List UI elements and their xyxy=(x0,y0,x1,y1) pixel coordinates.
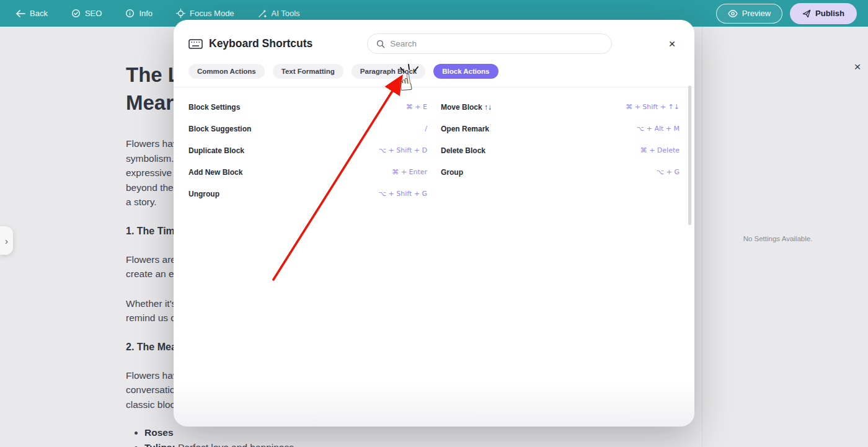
publish-label: Publish xyxy=(815,9,844,18)
topbar-left-group: Back SEO Info Focus Mode AI Tools xyxy=(16,9,300,18)
search-box[interactable] xyxy=(367,33,612,54)
shortcut-row: Group ⌥ + G xyxy=(441,161,680,183)
publish-button[interactable]: Publish xyxy=(790,3,857,24)
shortcut-label: Duplicate Block xyxy=(188,146,244,155)
shortcut-row: Move Block ↑↓ ⌘ + Shift + ↑↓ xyxy=(441,96,680,118)
seo-button[interactable]: SEO xyxy=(71,9,102,18)
seo-label: SEO xyxy=(85,9,102,18)
focus-mode-label: Focus Mode xyxy=(190,9,234,18)
shortcut-row: Delete Block ⌘ + Delete xyxy=(441,139,680,161)
modal-scrollbar[interactable] xyxy=(688,86,691,225)
shortcut-label: Block Settings xyxy=(188,103,240,112)
shortcut-label: Delete Block xyxy=(441,146,485,155)
preview-label: Preview xyxy=(742,9,771,18)
seo-icon xyxy=(71,9,81,18)
shortcut-keys: / xyxy=(425,125,427,133)
keyboard-shortcuts-modal: Keyboard Shortcuts × Common Actions Text… xyxy=(174,20,694,427)
back-arrow-icon xyxy=(16,10,25,17)
shortcut-label: Move Block ↑↓ xyxy=(441,103,492,112)
info-button[interactable]: Info xyxy=(125,9,153,18)
ai-tools-button[interactable]: AI Tools xyxy=(258,9,300,18)
tab-common-actions[interactable]: Common Actions xyxy=(188,64,265,79)
shortcut-label: Block Suggestion xyxy=(188,125,251,133)
shortcut-keys: ⌘ + Delete xyxy=(640,146,680,154)
shortcut-keys: ⌥ + G xyxy=(657,168,680,176)
shortcut-label: Ungroup xyxy=(188,190,219,198)
tab-text-formatting[interactable]: Text Formatting xyxy=(273,64,343,79)
keyboard-icon xyxy=(188,39,203,49)
shortcut-label: Add New Block xyxy=(188,168,242,177)
focus-mode-icon xyxy=(176,9,185,18)
shortcut-label: Group xyxy=(441,168,463,177)
shortcut-keys: ⌥ + Shift + G xyxy=(378,190,427,198)
shortcut-row: Add New Block ⌘ + Enter xyxy=(188,161,427,183)
shortcut-column-right: Move Block ↑↓ ⌘ + Shift + ↑↓ Open Remark… xyxy=(441,96,680,205)
shortcut-column-left: Block Settings ⌘ + E Block Suggestion / … xyxy=(188,96,427,205)
topbar-right-group: Preview Publish xyxy=(716,3,857,24)
search-icon xyxy=(376,40,385,48)
modal-title: Keyboard Shortcuts xyxy=(209,37,312,50)
shortcut-keys: ⌥ + Alt + M xyxy=(637,125,680,133)
shortcut-row: Duplicate Block ⌥ + Shift + D xyxy=(188,139,427,161)
shortcut-keys: ⌥ + Shift + D xyxy=(378,146,427,154)
info-icon xyxy=(125,9,135,18)
focus-mode-button[interactable]: Focus Mode xyxy=(176,9,234,18)
shortcut-grid: Block Settings ⌘ + E Block Suggestion / … xyxy=(174,87,694,205)
modal-close-button[interactable]: × xyxy=(665,38,680,50)
tab-block-actions[interactable]: Block Actions xyxy=(433,64,498,79)
shortcut-row: Ungroup ⌥ + Shift + G xyxy=(188,183,427,205)
tab-paragraph-block[interactable]: Paragraph Block xyxy=(352,64,425,79)
shortcut-row: Block Suggestion / xyxy=(188,118,427,139)
search-input[interactable] xyxy=(390,39,603,48)
modal-header: Keyboard Shortcuts × xyxy=(174,20,694,61)
ai-tools-icon xyxy=(258,9,267,18)
shortcut-keys: ⌘ + Shift + ↑↓ xyxy=(626,103,680,111)
back-button[interactable]: Back xyxy=(16,9,48,18)
back-label: Back xyxy=(30,9,48,18)
info-label: Info xyxy=(139,9,153,18)
send-icon xyxy=(802,9,811,18)
shortcut-row: Open Remark ⌥ + Alt + M xyxy=(441,118,680,139)
shortcut-label: Open Remark xyxy=(441,125,489,133)
modal-title-group: Keyboard Shortcuts xyxy=(188,37,312,50)
shortcut-keys: ⌘ + Enter xyxy=(392,168,427,176)
shortcut-row: Block Settings ⌘ + E xyxy=(188,96,427,118)
shortcut-keys: ⌘ + E xyxy=(406,103,427,111)
eye-icon xyxy=(728,10,738,17)
shortcut-category-tabs: Common Actions Text Formatting Paragraph… xyxy=(174,61,694,87)
preview-button[interactable]: Preview xyxy=(716,4,782,24)
ai-tools-label: AI Tools xyxy=(272,9,300,18)
